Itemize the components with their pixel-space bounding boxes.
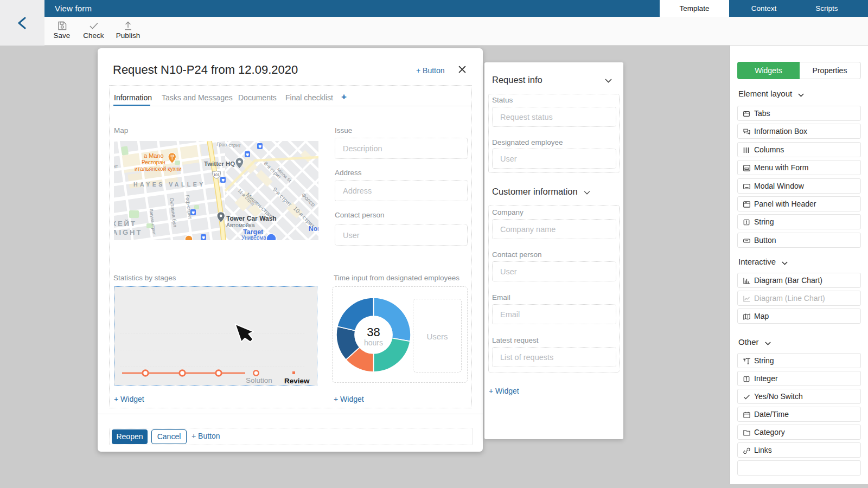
svg-text:КЕЙТ: КЕЙТ: [114, 220, 137, 228]
svg-text:Автомойка: Автомойка: [226, 222, 255, 228]
svg-text:⛊: ⛊: [258, 145, 261, 149]
svg-text:AIGHT: AIGHT: [114, 228, 142, 236]
svg-text:Twitter HQ: Twitter HQ: [204, 160, 235, 167]
svg-text:⛊: ⛊: [192, 211, 195, 215]
svg-text:ит: ит: [114, 163, 118, 169]
svg-text:HAYES VALLEY: HAYES VALLEY: [133, 181, 206, 188]
svg-text:101: 101: [213, 173, 220, 177]
svg-text:⛊: ⛊: [246, 153, 249, 157]
svg-text:Универмаг: Универмаг: [241, 235, 269, 240]
svg-text:⛊: ⛊: [221, 178, 225, 182]
svg-text:Ресторан: Ресторан: [142, 159, 165, 165]
svg-text:a Mano: a Mano: [144, 152, 164, 159]
svg-text:итальянской кухни: итальянской кухни: [135, 166, 182, 172]
svg-text:⛊: ⛊: [202, 236, 205, 240]
